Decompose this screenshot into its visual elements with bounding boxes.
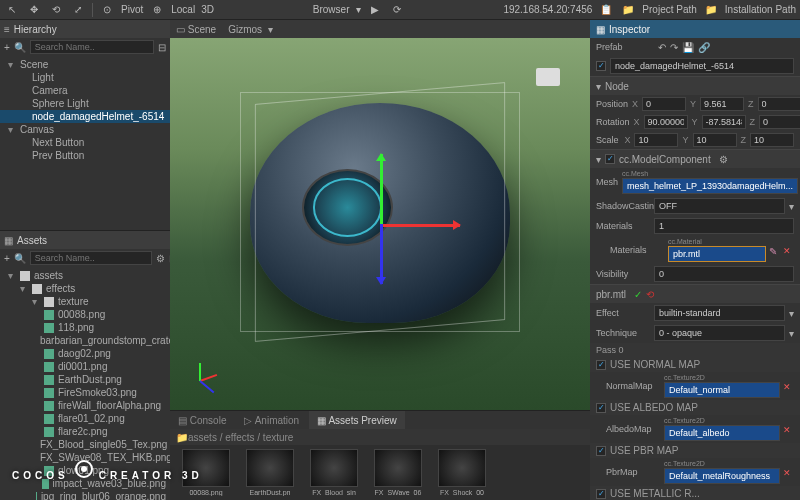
gear-icon[interactable]: ⚙ [719, 154, 728, 165]
asset-item[interactable]: flare01_02.png [0, 412, 170, 425]
asset-item[interactable]: FX_SWave08_TEX_HKB.png [0, 451, 170, 464]
chevron-down-icon[interactable]: ▾ [789, 328, 794, 339]
hierarchy-item[interactable]: ▾Scene [0, 58, 170, 71]
asset-thumbnail[interactable]: FX_Blood_sin [306, 449, 362, 496]
metallic-checkbox[interactable] [596, 489, 606, 499]
normal-map-checkbox[interactable] [596, 360, 606, 370]
refresh-icon[interactable]: ⟳ [389, 2, 405, 18]
asset-item[interactable]: glow01.png [0, 464, 170, 477]
shadow-dropdown[interactable]: OFF [654, 198, 785, 214]
clear-icon[interactable]: ✕ [780, 425, 794, 441]
move-icon[interactable]: ✥ [26, 2, 42, 18]
pos-z-input[interactable] [758, 97, 800, 111]
node-name-field[interactable]: node_damagedHelmet_-6514 [610, 58, 794, 74]
asset-item[interactable]: FX_Blood_single05_Tex.png [0, 438, 170, 451]
chevron-down-icon[interactable]: ▾ [789, 201, 794, 212]
asset-item[interactable]: daog02.png [0, 347, 170, 360]
z-axis-handle[interactable] [380, 224, 383, 284]
rot-y-input[interactable] [702, 115, 746, 129]
asset-item[interactable]: impact_wave03_blue.png [0, 477, 170, 490]
pivot-label[interactable]: Pivot [121, 4, 143, 15]
folder-icon[interactable]: 📁 [703, 2, 719, 18]
asset-item[interactable]: flare2c.png [0, 425, 170, 438]
normal-map-field[interactable]: Default_normal [664, 382, 780, 398]
rot-x-input[interactable] [644, 115, 688, 129]
assets-breadcrumb[interactable]: 📁 assets / effects / texture [170, 429, 590, 445]
hierarchy-item[interactable]: node_damagedHelmet_-6514 [0, 110, 170, 123]
asset-thumbnail[interactable]: EarthDust.pn [242, 449, 298, 496]
clear-icon[interactable]: ✕ [780, 382, 794, 398]
revert-icon[interactable]: ⟲ [646, 289, 654, 300]
rotate-icon[interactable]: ⟲ [48, 2, 64, 18]
pbr-map-checkbox[interactable] [596, 446, 606, 456]
asset-thumbnail[interactable]: FX_SWave_06 [370, 449, 426, 496]
albedo-map-checkbox[interactable] [596, 403, 606, 413]
bottom-tab[interactable]: ▦ Assets Preview [309, 411, 405, 429]
clear-material-icon[interactable]: ✕ [780, 246, 794, 262]
axis-orientation-gizmo[interactable] [180, 360, 220, 400]
pos-y-input[interactable] [700, 97, 744, 111]
node-section-header[interactable]: ▾ Node [590, 77, 800, 95]
y-axis-handle[interactable] [380, 154, 383, 224]
model-component-header[interactable]: ▾ cc.ModelComponent⚙ [590, 150, 800, 168]
materials-count-field[interactable]: 1 [654, 218, 794, 234]
assets-search-input[interactable] [30, 251, 152, 265]
hierarchy-item[interactable]: ▾Canvas [0, 123, 170, 136]
local-label[interactable]: Local [171, 4, 195, 15]
filter-icon[interactable]: ⚙ [156, 253, 165, 264]
add-icon[interactable]: + [4, 42, 10, 53]
scene-viewport[interactable] [170, 38, 590, 410]
asset-item[interactable]: ▾texture [0, 295, 170, 308]
asset-thumbnail[interactable]: FX_Shock_00 [434, 449, 490, 496]
scale-icon[interactable]: ⤢ [70, 2, 86, 18]
asset-item[interactable]: 118.png [0, 321, 170, 334]
pbr-map-field[interactable]: Default_metalRoughness [664, 468, 780, 484]
node-enabled-checkbox[interactable] [596, 61, 606, 71]
material-field[interactable]: pbr.mtl [668, 246, 766, 262]
scale-z-input[interactable] [750, 133, 794, 147]
add-icon[interactable]: + [4, 253, 10, 264]
asset-item[interactable]: di0001.png [0, 360, 170, 373]
asset-item[interactable]: barbarian_groundstomp_crater.png [0, 334, 170, 347]
installation-path-btn[interactable]: Installation Path [725, 4, 796, 15]
asset-item[interactable]: EarthDust.png [0, 373, 170, 386]
asset-item[interactable]: ▾assets [0, 269, 170, 282]
clear-icon[interactable]: ✕ [780, 468, 794, 484]
asset-item[interactable]: ▾effects [0, 282, 170, 295]
play-icon[interactable]: ▶ [367, 2, 383, 18]
hierarchy-search-input[interactable] [30, 40, 154, 54]
pivot-icon[interactable]: ⊙ [99, 2, 115, 18]
asset-item[interactable]: FireSmoke03.png [0, 386, 170, 399]
bottom-tab[interactable]: ▤ Console [170, 411, 234, 429]
browser-dropdown[interactable]: Browser [313, 4, 350, 15]
hierarchy-item[interactable]: Next Button [0, 136, 170, 149]
pos-x-input[interactable] [642, 97, 686, 111]
gizmos-dropdown[interactable]: Gizmos [228, 24, 262, 35]
hierarchy-item[interactable]: Sphere Light [0, 97, 170, 110]
asset-thumbnail[interactable]: 00088.png [178, 449, 234, 496]
visibility-field[interactable]: 0 [654, 266, 794, 282]
prefab-save-icon[interactable]: 💾 [682, 42, 694, 53]
collapse-icon[interactable]: ⊟ [158, 42, 166, 53]
project-path-btn[interactable]: Project Path [642, 4, 696, 15]
bottom-tab[interactable]: ▷ Animation [236, 411, 307, 429]
edit-material-icon[interactable]: ✎ [766, 246, 780, 262]
prefab-fwd-icon[interactable]: ↷ [670, 42, 678, 53]
apply-icon[interactable]: ✓ [634, 289, 642, 300]
albedo-map-field[interactable]: Default_albedo [664, 425, 780, 441]
hierarchy-item[interactable]: Prev Button [0, 149, 170, 162]
hierarchy-item[interactable]: Light [0, 71, 170, 84]
arrow-icon[interactable]: ↖ [4, 2, 20, 18]
mode-3d[interactable]: 3D [201, 4, 214, 15]
x-axis-handle[interactable] [380, 224, 460, 227]
effect-dropdown[interactable]: builtin-standard [654, 305, 785, 321]
asset-item[interactable]: fireWall_floorAlpha.png [0, 399, 170, 412]
chevron-down-icon[interactable]: ▾ [789, 308, 794, 319]
asset-item[interactable]: 00088.png [0, 308, 170, 321]
scene-tab[interactable]: ▭ Scene [176, 24, 216, 35]
copy-icon[interactable]: 📋 [598, 2, 614, 18]
chevron-down-icon[interactable]: ▾ [356, 4, 361, 15]
scale-y-input[interactable] [693, 133, 737, 147]
mesh-field[interactable]: mesh_helmet_LP_13930damagedHelm... [622, 178, 798, 194]
prefab-back-icon[interactable]: ↶ [658, 42, 666, 53]
